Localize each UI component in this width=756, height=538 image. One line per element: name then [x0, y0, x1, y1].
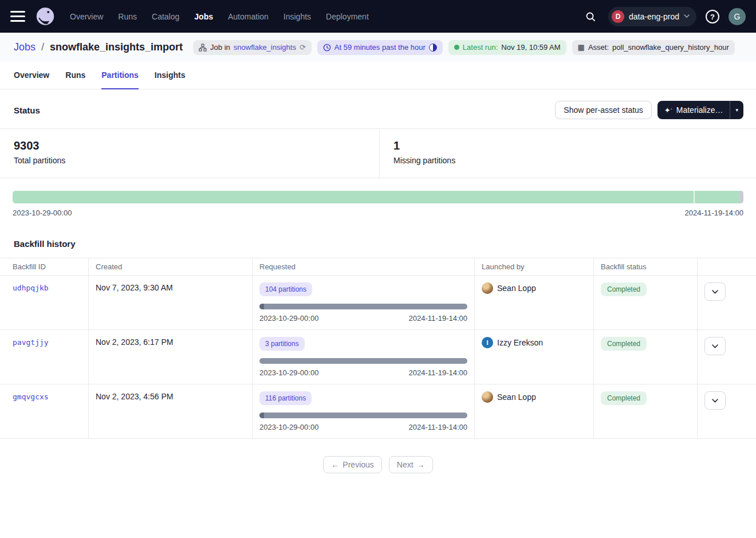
range-start-date: 2023-10-29-00:00 — [13, 209, 72, 217]
total-partitions-stat: 9303 Total partitions — [0, 129, 380, 178]
col-backfill-id: Backfill ID — [0, 258, 89, 275]
tab-insights[interactable]: Insights — [155, 62, 186, 89]
missing-partitions-value: 1 — [393, 139, 455, 152]
breadcrumb-separator: / — [41, 41, 44, 53]
requested-range-bar — [259, 358, 467, 364]
chevron-down-icon — [712, 344, 718, 348]
tab-partitions[interactable]: Partitions — [101, 62, 139, 89]
missing-partitions-label: Missing partitions — [393, 156, 455, 165]
breadcrumb-jobs-link[interactable]: Jobs — [14, 41, 36, 53]
requested-range-bar-segment — [259, 413, 264, 418]
col-actions — [698, 258, 756, 275]
backfill-id-link[interactable]: pavgtjjy — [13, 338, 49, 347]
nav-item-overview[interactable]: Overview — [70, 12, 103, 21]
next-page-button[interactable]: Next → — [389, 456, 433, 473]
asset-badge: ▦ Asset: poll_snowflake_query_history_ho… — [572, 40, 735, 55]
backfill-id-link[interactable]: gmqvgcxs — [13, 392, 49, 401]
nav-item-deployment[interactable]: Deployment — [326, 12, 369, 21]
requested-range-bar — [259, 413, 467, 418]
caret-down-icon: ▾ — [735, 107, 738, 113]
nav-item-catalog[interactable]: Catalog — [152, 12, 179, 21]
status-badge: Completed — [601, 337, 647, 351]
tab-overview[interactable]: Overview — [14, 62, 49, 89]
nav-item-runs[interactable]: Runs — [118, 12, 137, 21]
dagster-logo-icon[interactable] — [34, 6, 56, 28]
requested-range-start: 2023-10-29-00:00 — [259, 368, 318, 377]
created-timestamp: Nov 2, 2023, 4:56 PM — [96, 392, 173, 401]
schedule-toggle[interactable] — [429, 44, 437, 52]
materialize-label: Materialize… — [676, 105, 723, 115]
table-row: gmqvgcxs Nov 2, 2023, 4:56 PM 116 partit… — [0, 384, 756, 439]
asset-grid-icon: ▦ — [578, 43, 585, 52]
nav-item-insights[interactable]: Insights — [284, 12, 311, 21]
partition-health-bar[interactable] — [13, 191, 743, 203]
tab-bar: Overview Runs Partitions Insights — [0, 62, 756, 89]
backfill-id-link[interactable]: udhpqjkb — [13, 284, 49, 292]
launched-by-name: Sean Lopp — [497, 392, 536, 402]
missing-partition-segment[interactable] — [739, 191, 743, 203]
nav-item-jobs[interactable]: Jobs — [194, 12, 213, 21]
latest-run-label: Latest run: — [463, 43, 498, 52]
col-launched-by: Launched by — [475, 258, 594, 275]
nav-links: Overview Runs Catalog Jobs Automation In… — [70, 12, 369, 21]
table-row: pavgtjjy Nov 2, 2023, 6:17 PM 3 partitio… — [0, 330, 756, 384]
hamburger-menu-icon[interactable] — [10, 11, 25, 22]
materialize-button[interactable]: ✦˖ Materialize… — [657, 101, 730, 119]
job-location-badge: Job in snowflake_insights ⟳ — [193, 40, 312, 55]
show-per-asset-status-button[interactable]: Show per-asset status — [555, 101, 652, 119]
sparkle-icon: ✦˖ — [664, 106, 672, 114]
chevron-down-icon — [712, 399, 718, 403]
help-icon[interactable]: ? — [704, 9, 720, 25]
previous-page-button[interactable]: ← Previous — [323, 456, 381, 473]
previous-label: Previous — [342, 460, 373, 469]
requested-partitions-badge[interactable]: 3 partitions — [259, 337, 305, 351]
total-partitions-label: Total partitions — [14, 156, 365, 165]
requested-range-start: 2023-10-29-00:00 — [259, 314, 318, 323]
deployment-switcher[interactable]: D data-eng-prod — [608, 7, 696, 26]
status-heading: Status — [14, 105, 40, 115]
backfill-table-header: Backfill ID Created Requested Launched b… — [0, 258, 756, 276]
reload-icon[interactable]: ⟳ — [300, 43, 306, 52]
latest-run-badge: Latest run: Nov 19, 10:59 AM — [448, 40, 566, 55]
schedule-text: At 59 minutes past the hour — [334, 43, 426, 52]
nav-item-automation[interactable]: Automation — [228, 12, 269, 21]
user-initial-avatar: I — [482, 337, 493, 348]
top-nav: Overview Runs Catalog Jobs Automation In… — [0, 0, 756, 33]
requested-range-end: 2024-11-19-14:00 — [409, 423, 467, 431]
job-location-link[interactable]: snowflake_insights — [234, 43, 296, 52]
deployment-name: data-eng-prod — [629, 12, 679, 21]
latest-run-time[interactable]: Nov 19, 10:59 AM — [501, 43, 560, 52]
backfill-history-heading: Backfill history — [0, 231, 756, 258]
row-actions-button[interactable] — [704, 391, 726, 410]
chevron-down-icon — [684, 14, 690, 18]
arrow-left-icon: ← — [331, 460, 339, 469]
job-graph-icon — [199, 44, 207, 52]
pagination: ← Previous Next → — [0, 439, 756, 490]
requested-range-start: 2023-10-29-00:00 — [259, 423, 318, 431]
materialize-dropdown-button[interactable]: ▾ — [730, 101, 743, 119]
partition-health-bar-section: 2023-10-29-00:00 2024-11-19-14:00 — [0, 178, 756, 231]
status-badge: Completed — [601, 282, 647, 296]
status-badge: Completed — [601, 391, 647, 405]
launched-by-name: Izzy Erekson — [497, 338, 543, 347]
run-success-dot-icon — [454, 45, 459, 50]
requested-range-end: 2024-11-19-14:00 — [409, 368, 467, 377]
chevron-down-icon — [712, 290, 718, 294]
total-partitions-value: 9303 — [14, 139, 365, 152]
svg-text:?: ? — [710, 12, 715, 21]
created-timestamp: Nov 7, 2023, 9:30 AM — [96, 283, 173, 292]
asset-label: Asset: — [588, 43, 609, 52]
asset-name[interactable]: poll_snowflake_query_history_hour — [612, 43, 729, 52]
search-icon[interactable] — [581, 7, 600, 26]
requested-partitions-badge[interactable]: 104 partitions — [259, 282, 312, 296]
user-avatar[interactable]: G — [729, 8, 746, 25]
clock-icon — [323, 44, 331, 52]
row-actions-button[interactable] — [704, 337, 726, 355]
requested-partitions-badge[interactable]: 116 partitions — [259, 391, 312, 405]
col-backfill-status: Backfill status — [594, 258, 698, 275]
row-actions-button[interactable] — [704, 282, 726, 301]
arrow-right-icon: → — [417, 460, 425, 469]
tab-runs[interactable]: Runs — [65, 62, 85, 89]
schedule-badge: At 59 minutes past the hour — [317, 40, 443, 55]
table-row: udhpqjkb Nov 7, 2023, 9:30 AM 104 partit… — [0, 276, 756, 330]
